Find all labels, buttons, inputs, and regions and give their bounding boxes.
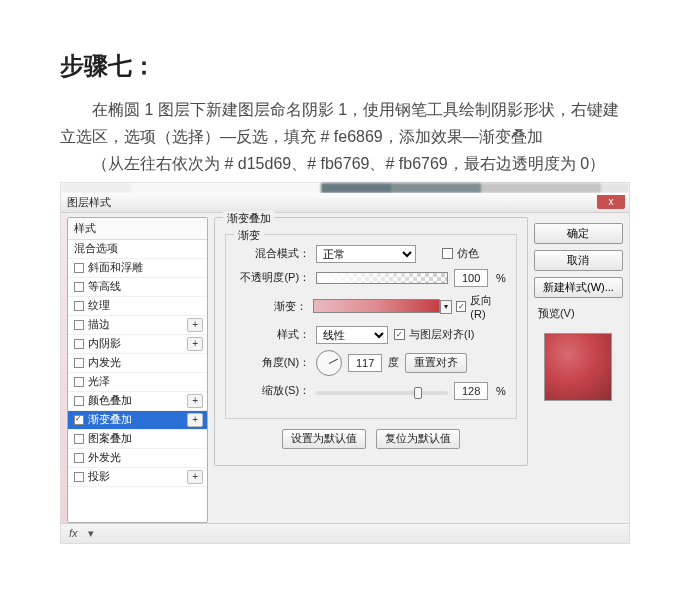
effect-item-0[interactable]: 混合选项 [68,240,207,259]
ok-button[interactable]: 确定 [534,223,623,244]
effect-label: 斜面和浮雕 [88,260,143,275]
effect-checkbox[interactable] [74,301,84,311]
add-effect-button[interactable]: + [187,413,203,427]
statusbar-menu-icon[interactable]: ▾ [88,527,94,540]
step-heading: 步骤七： [60,50,630,82]
add-effect-button[interactable]: + [187,394,203,408]
step-body-1: 在椭圆 1 图层下新建图层命名阴影 1，使用钢笔工具绘制阴影形状，右键建立选区，… [60,96,630,150]
layer-style-dialog: 图层样式 x 样式 混合选项斜面和浮雕等高线纹理描边+内阴影+内发光光泽颜色叠加… [61,193,629,543]
add-effect-button[interactable]: + [187,470,203,484]
effect-checkbox[interactable] [74,320,84,330]
angle-unit: 度 [388,355,399,370]
effect-item-12[interactable]: 投影+ [68,468,207,487]
effect-checkbox[interactable] [74,282,84,292]
step-body-2: （从左往右依次为 # d15d69、# fb6769、# fb6769，最右边透… [60,150,630,177]
settings-panel: 渐变叠加 渐变 混合模式： 正常 仿色 [214,217,528,523]
effect-label: 外发光 [88,450,121,465]
new-style-button[interactable]: 新建样式(W)... [534,277,623,298]
effect-item-9[interactable]: 渐变叠加+ [68,411,207,430]
left-edge-strip [61,213,67,523]
dither-label: 仿色 [457,246,479,261]
effect-item-6[interactable]: 内发光 [68,354,207,373]
angle-label: 角度(N)： [236,355,310,370]
effect-checkbox[interactable] [74,415,84,425]
gradient-subgroup: 渐变 混合模式： 正常 仿色 [225,234,517,419]
scale-label: 缩放(S)： [236,383,310,398]
opacity-slider[interactable] [316,272,448,284]
gradient-picker[interactable]: ▾ [313,299,440,313]
effect-label: 纹理 [88,298,110,313]
effect-item-8[interactable]: 颜色叠加+ [68,392,207,411]
effect-item-10[interactable]: 图案叠加 [68,430,207,449]
effect-label: 图案叠加 [88,431,132,446]
scale-slider[interactable] [316,391,448,395]
effect-checkbox[interactable] [74,472,84,482]
fx-icon[interactable]: fx [69,527,78,539]
effect-item-1[interactable]: 斜面和浮雕 [68,259,207,278]
opacity-unit: % [496,272,506,284]
reverse-label: 反向(R) [470,293,506,320]
effect-checkbox[interactable] [74,396,84,406]
add-effect-button[interactable]: + [187,337,203,351]
gradient-label: 渐变： [236,299,307,314]
effect-label: 光泽 [88,374,110,389]
effect-item-3[interactable]: 纹理 [68,297,207,316]
effect-label: 内发光 [88,355,121,370]
effect-label: 描边 [88,317,110,332]
effect-checkbox[interactable] [74,358,84,368]
angle-field[interactable]: 117 [348,354,382,372]
subgroup-title: 渐变 [234,228,264,243]
align-layer-label: 与图层对齐(I) [409,327,474,342]
effect-label: 混合选项 [74,241,118,256]
effect-item-11[interactable]: 外发光 [68,449,207,468]
effect-item-4[interactable]: 描边+ [68,316,207,335]
effect-label: 渐变叠加 [88,412,132,427]
effect-checkbox[interactable] [74,434,84,444]
effect-item-2[interactable]: 等高线 [68,278,207,297]
effect-label: 颜色叠加 [88,393,132,408]
effect-label: 等高线 [88,279,121,294]
effects-list-header: 样式 [68,218,207,240]
angle-dial[interactable] [316,350,342,376]
reverse-checkbox[interactable] [456,301,467,312]
cancel-button[interactable]: 取消 [534,250,623,271]
dialog-title: 图层样式 [67,195,111,210]
preview-swatch [544,333,612,401]
screenshot-background-strip [61,183,629,193]
scale-unit: % [496,385,506,397]
close-button[interactable]: x [597,195,625,209]
align-layer-checkbox[interactable] [394,329,405,340]
effects-list: 样式 混合选项斜面和浮雕等高线纹理描边+内阴影+内发光光泽颜色叠加+渐变叠加+图… [67,217,208,523]
effect-checkbox[interactable] [74,263,84,273]
layer-style-dialog-container: 图层样式 x 样式 混合选项斜面和浮雕等高线纹理描边+内阴影+内发光光泽颜色叠加… [60,182,630,544]
gradient-overlay-group: 渐变叠加 渐变 混合模式： 正常 仿色 [214,217,528,466]
group-title: 渐变叠加 [223,211,275,226]
preview-label: 预览(V) [538,306,575,321]
effect-label: 内阴影 [88,336,121,351]
dialog-titlebar[interactable]: 图层样式 x [61,193,629,213]
dither-checkbox[interactable] [442,248,453,259]
effect-checkbox[interactable] [74,339,84,349]
blend-mode-select[interactable]: 正常 [316,245,416,263]
effect-checkbox[interactable] [74,377,84,387]
style-label: 样式： [236,327,310,342]
opacity-label: 不透明度(P)： [236,270,310,285]
reset-alignment-button[interactable]: 重置对齐 [405,353,467,373]
gradient-dropdown-icon[interactable]: ▾ [440,300,452,314]
blend-mode-label: 混合模式： [236,246,310,261]
gradient-style-select[interactable]: 线性 [316,326,388,344]
opacity-field[interactable]: 100 [454,269,488,287]
dialog-statusbar: fx ▾ [61,523,629,543]
dialog-buttons-column: 确定 取消 新建样式(W)... 预览(V) [534,217,623,523]
effect-checkbox[interactable] [74,453,84,463]
effect-label: 投影 [88,469,110,484]
effect-item-7[interactable]: 光泽 [68,373,207,392]
add-effect-button[interactable]: + [187,318,203,332]
scale-field[interactable]: 128 [454,382,488,400]
reset-default-button[interactable]: 复位为默认值 [376,429,460,449]
make-default-button[interactable]: 设置为默认值 [282,429,366,449]
effect-item-5[interactable]: 内阴影+ [68,335,207,354]
